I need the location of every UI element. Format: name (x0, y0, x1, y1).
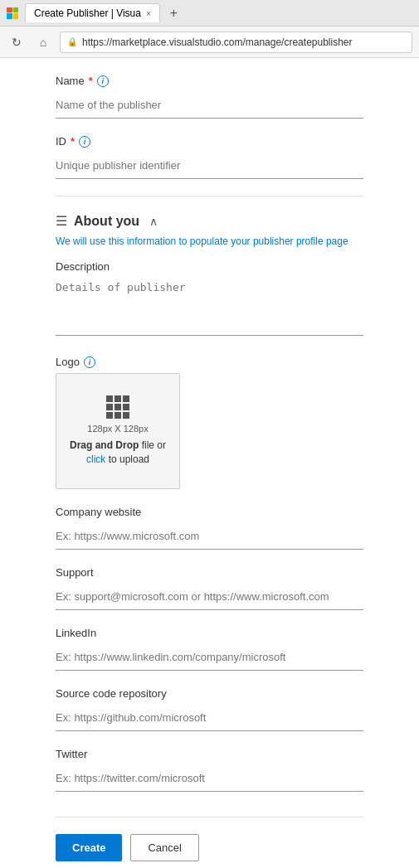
id-info-icon[interactable]: i (79, 136, 90, 148)
name-required: * (89, 75, 93, 87)
chevron-up-icon[interactable]: ∧ (149, 215, 158, 228)
logo-upload-area[interactable]: 128px X 128px Drag and Drop file or clic… (56, 373, 180, 489)
name-label: Name * i (56, 75, 363, 87)
upload-label: to upload (105, 453, 149, 465)
description-field-group: Description (56, 260, 363, 339)
linkedin-input[interactable] (56, 644, 363, 671)
description-input[interactable] (56, 278, 363, 336)
name-info-icon[interactable]: i (97, 75, 109, 87)
company-website-field-group: Company website (56, 506, 363, 550)
grid-icon (106, 395, 129, 419)
section-title: About you (74, 214, 139, 229)
twitter-field-group: Twitter (56, 748, 363, 792)
source-code-field-group: Source code repository (56, 687, 363, 731)
name-input[interactable] (56, 92, 363, 119)
new-tab-button[interactable]: + (167, 6, 181, 21)
about-you-section-header: ☰ About you ∧ (56, 213, 363, 229)
section-subtitle: We will use this information to populate… (56, 235, 363, 247)
cancel-button[interactable]: Cancel (130, 834, 198, 861)
click-to-upload-link[interactable]: click (86, 453, 105, 465)
close-tab-button[interactable]: × (146, 9, 151, 18)
linkedin-field-group: LinkedIn (56, 627, 363, 671)
browser-titlebar: Create Publisher | Visua × + (0, 0, 419, 27)
lock-icon: 🔒 (67, 37, 77, 46)
company-website-label: Company website (56, 506, 363, 518)
support-input[interactable] (56, 584, 363, 610)
url-text: https://marketplace.visualstudio.com/man… (82, 36, 353, 48)
twitter-label: Twitter (56, 748, 363, 760)
form-actions: Create Cancel (56, 817, 363, 861)
id-input[interactable] (56, 153, 363, 179)
logo-size-text: 128px X 128px (87, 424, 148, 434)
browser-toolbar: ↻ ⌂ 🔒 https://marketplace.visualstudio.c… (0, 27, 419, 58)
logo-field-group: Logo i 128px X 128px Drag and Drop file … (56, 356, 363, 489)
id-required: * (71, 135, 75, 148)
drag-drop-middle: file or (139, 439, 166, 451)
refresh-icon: ↻ (12, 36, 22, 49)
source-code-label: Source code repository (56, 687, 363, 700)
logo-drag-drop-text: Drag and Drop file or click to upload (70, 439, 166, 467)
twitter-input[interactable] (56, 765, 363, 792)
tab-title: Create Publisher | Visua (34, 7, 141, 19)
browser-tab[interactable]: Create Publisher | Visua × (25, 3, 160, 22)
company-website-input[interactable] (56, 523, 363, 550)
drag-drop-label: Drag and Drop (70, 439, 139, 451)
id-label: ID * i (56, 135, 363, 148)
support-label: Support (56, 566, 363, 579)
source-code-input[interactable] (56, 705, 363, 731)
support-field-group: Support (56, 566, 363, 610)
section-list-icon: ☰ (56, 213, 67, 229)
refresh-button[interactable]: ↻ (7, 32, 27, 52)
create-button[interactable]: Create (56, 834, 122, 861)
linkedin-label: LinkedIn (56, 627, 363, 639)
description-label: Description (56, 260, 363, 273)
home-icon: ⌂ (40, 36, 46, 49)
section-divider (56, 196, 363, 196)
logo-info-icon[interactable]: i (84, 356, 95, 368)
id-field-group: ID * i (56, 135, 363, 179)
address-bar[interactable]: 🔒 https://marketplace.visualstudio.com/m… (60, 32, 412, 53)
microsoft-logo (7, 7, 18, 19)
logo-label: Logo i (56, 356, 363, 368)
page-content: Name * i ID * i ☰ About you ∧ We will us… (0, 58, 419, 868)
home-button[interactable]: ⌂ (33, 32, 53, 52)
name-field-group: Name * i (56, 75, 363, 119)
